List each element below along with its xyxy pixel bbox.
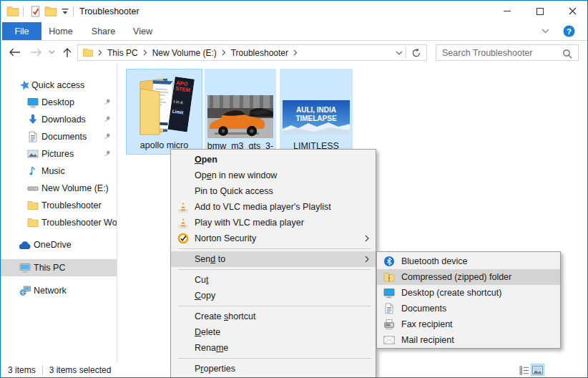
sidebar-item-new-volume[interactable]: New Volume (E:) [1, 180, 117, 197]
address-dropdown-icon[interactable] [396, 51, 403, 55]
tab-home-label: Home [49, 26, 72, 37]
sidebar-item-documents[interactable]: Documents [1, 128, 117, 145]
search-icon[interactable] [562, 49, 572, 59]
zip-folder-icon [383, 271, 395, 283]
sidebar-item-desktop[interactable]: Desktop [1, 94, 117, 111]
sidebar-item-pictures[interactable]: Pictures [1, 145, 117, 163]
menu-separator [171, 246, 376, 251]
details-view-icon[interactable] [519, 366, 529, 375]
properties-qat-icon[interactable] [30, 5, 41, 18]
tab-view-label: View [133, 26, 152, 37]
submenu-item-bluetooth-device[interactable]: Bluetooth device [377, 253, 560, 269]
sidebar-item-music[interactable]: Music [1, 163, 117, 180]
maximize-button[interactable] [524, 1, 557, 21]
minimize-icon [504, 11, 511, 11]
menu-item-send-to[interactable]: Send to [171, 251, 376, 267]
status-divider [42, 365, 43, 375]
menu-item-label: Rename [195, 343, 228, 353]
breadcrumb-troubleshooter[interactable]: Troubleshooter [231, 48, 288, 58]
sidebar-item-quick-access[interactable]: Quick access [1, 77, 117, 94]
menu-item-play-with-vlc[interactable]: Play with VLC media player [171, 215, 376, 231]
sidebar-item-label: Troubleshooter Wor [41, 218, 117, 228]
thumbnail-view-icon[interactable] [531, 364, 544, 376]
tab-file[interactable]: File [2, 22, 41, 40]
minimize-button[interactable] [491, 1, 524, 21]
documents-icon [383, 303, 395, 314]
file-tile-apollo-micro[interactable]: APO STEM t in A Limit apollo micro [126, 69, 202, 155]
menu-separator [171, 304, 376, 309]
menu-item-norton-security[interactable]: Norton Security [171, 231, 376, 246]
submenu-item-compressed-zipped-folder[interactable]: Compressed (zipped) folder [377, 269, 560, 285]
sidebar-item-label: Troubleshooter [41, 200, 102, 210]
sidebar-item-this-pc[interactable]: This PC [1, 259, 117, 276]
menu-item-label: Create shortcut [195, 311, 255, 321]
sidebar-item-label: Quick access [31, 80, 84, 90]
breadcrumb-chevron-icon [293, 49, 298, 56]
submenu-item-label: Desktop (create shortcut) [401, 288, 501, 298]
menu-item-cut[interactable]: Cut [171, 272, 376, 288]
svg-text:AULI, INDIA: AULI, INDIA [296, 106, 336, 114]
refresh-icon[interactable] [411, 48, 421, 58]
menu-item-properties[interactable]: Properties [171, 361, 376, 377]
image-thumbnail-limitless: AULI, INDIA TIMELAPSE [283, 100, 350, 135]
close-button[interactable] [557, 1, 588, 21]
expand-ribbon-icon[interactable] [542, 29, 549, 34]
recent-locations-icon[interactable] [45, 41, 58, 64]
menu-item-delete[interactable]: Delete [171, 324, 376, 340]
sidebar-item-label: New Volume (E:) [41, 183, 109, 193]
forward-button[interactable] [26, 41, 45, 64]
submenu-item-fax-recipient[interactable]: Fax recipient [377, 316, 560, 332]
sidebar-item-network[interactable]: Network [1, 282, 117, 299]
new-folder-qat-icon[interactable] [44, 5, 57, 18]
tab-share[interactable]: Share [86, 22, 121, 40]
desktop-icon [383, 287, 395, 299]
back-button[interactable] [5, 41, 24, 64]
file-tile-limitless[interactable]: AULI, INDIA TIMELAPSE LIMITLESS [280, 69, 353, 155]
breadcrumb-this-pc[interactable]: This PC [107, 48, 138, 58]
menu-item-copy[interactable]: Copy [171, 288, 376, 304]
sidebar-item-downloads[interactable]: Downloads [1, 111, 117, 128]
explorer-window: Troubleshooter File Home Share View ? [0, 0, 588, 378]
submenu-item-mail-recipient[interactable]: Mail recipient [377, 332, 560, 348]
help-icon[interactable]: ? [563, 25, 575, 37]
address-divider [406, 47, 406, 59]
pictures-icon [27, 148, 39, 160]
maximize-icon [536, 8, 544, 15]
tab-home[interactable]: Home [44, 22, 78, 40]
submenu-item-desktop-create-shortcut[interactable]: Desktop (create shortcut) [377, 285, 560, 301]
menu-item-rename[interactable]: Rename [171, 340, 376, 356]
status-item-count: 3 items [8, 365, 36, 375]
qat-customize-icon[interactable] [61, 9, 69, 15]
menu-item-pin-to-quick-access[interactable]: Pin to Quick access [171, 183, 376, 199]
up-button[interactable] [59, 41, 75, 64]
file-tile-bmw[interactable]: bmw_m3_gts_3- [205, 69, 276, 155]
sidebar-item-onedrive[interactable]: OneDrive [1, 236, 117, 253]
sidebar-item-troubleshooter[interactable]: Troubleshooter [1, 197, 117, 214]
menu-item-create-shortcut[interactable]: Create shortcut [171, 309, 376, 324]
address-bar[interactable]: This PC New Volume (E:) Troubleshooter [77, 44, 427, 61]
submenu-item-label: Compressed (zipped) folder [401, 272, 511, 282]
sidebar-item-label: Music [41, 166, 65, 176]
breadcrumb-chevron-icon [222, 49, 226, 56]
documents-icon [27, 131, 39, 142]
menu-item-open-in-new-window[interactable]: Open in new window [171, 168, 376, 183]
sidebar-item-troubleshooter-wor[interactable]: Troubleshooter Wor [1, 214, 117, 231]
svg-text:TIMELAPSE: TIMELAPSE [295, 115, 337, 122]
address-toolbar: This PC New Volume (E:) Troubleshooter S… [1, 41, 587, 64]
search-input[interactable]: Search Troubleshooter [436, 44, 579, 61]
submenu-item-documents[interactable]: Documents [377, 301, 560, 316]
menu-item-add-to-vlc-playlist[interactable]: Add to VLC media player's Playlist [171, 199, 376, 215]
folder-icon [27, 200, 39, 211]
breadcrumb-new-volume[interactable]: New Volume (E:) [152, 48, 217, 58]
menu-item-label: Delete [195, 327, 220, 337]
onedrive-icon [19, 241, 31, 250]
folder-icon [27, 217, 39, 228]
menu-item-label: Open [195, 155, 217, 165]
downloads-icon [27, 114, 39, 125]
menu-item-open[interactable]: Open [171, 152, 376, 168]
pin-icon [103, 115, 111, 123]
sidebar-item-label: This PC [34, 263, 65, 273]
menu-item-label: Cut [195, 275, 208, 285]
qat-separator-2 [73, 6, 74, 16]
tab-view[interactable]: View [127, 22, 159, 40]
